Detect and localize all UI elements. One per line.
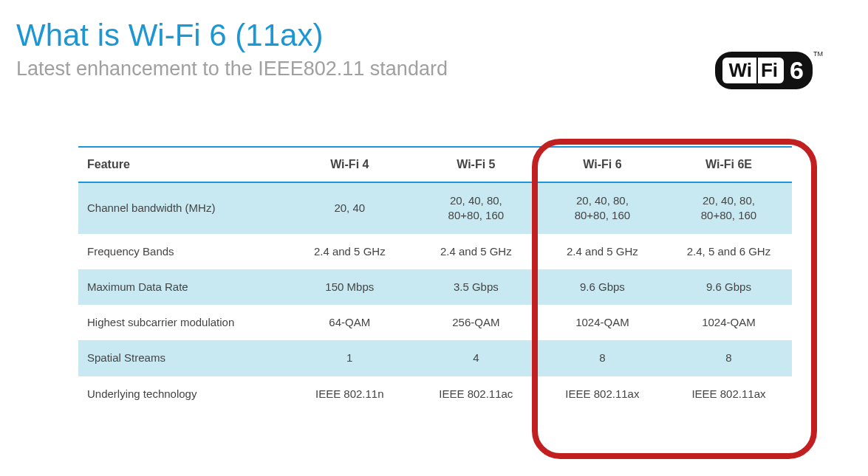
cell-value: 20, 40, 80,80+80, 160 bbox=[413, 182, 539, 234]
cell-value: 20, 40 bbox=[287, 182, 413, 234]
header-feature: Feature bbox=[78, 147, 287, 182]
wifi-comparison-table: Feature Wi-Fi 4 Wi-Fi 5 Wi-Fi 6 Wi-Fi 6E… bbox=[78, 146, 792, 412]
cell-value: 2.4 and 5 GHz bbox=[539, 234, 666, 269]
cell-value: 4 bbox=[413, 340, 539, 376]
cell-value: 2.4 and 5 GHz bbox=[287, 234, 413, 269]
cell-feature: Underlying technology bbox=[78, 376, 287, 412]
table-row: Maximum Data Rate 150 Mbps 3.5 Gbps 9.6 … bbox=[78, 269, 792, 305]
cell-value: IEEE 802.11ax bbox=[666, 376, 792, 412]
table-header-row: Feature Wi-Fi 4 Wi-Fi 5 Wi-Fi 6 Wi-Fi 6E bbox=[78, 147, 792, 182]
header-wifi6: Wi-Fi 6 bbox=[539, 147, 666, 182]
table-row: Highest subcarrier modulation 64-QAM 256… bbox=[78, 305, 792, 340]
cell-value: 9.6 Gbps bbox=[666, 269, 792, 305]
logo-fi-text: Fi bbox=[758, 58, 784, 83]
logo-wi-text: Wi bbox=[722, 58, 756, 83]
cell-feature: Spatial Streams bbox=[78, 340, 287, 376]
cell-value: 9.6 Gbps bbox=[539, 269, 666, 305]
cell-value: 1024-QAM bbox=[539, 305, 666, 340]
wifi6-logo-pill: Wi Fi 6 bbox=[715, 52, 813, 89]
logo-six: 6 bbox=[790, 56, 804, 85]
cell-value: 20, 40, 80,80+80, 160 bbox=[539, 182, 666, 234]
slide-title: What is Wi-Fi 6 (11ax) bbox=[16, 18, 853, 53]
table-body: Channel bandwidth (MHz) 20, 40 20, 40, 8… bbox=[78, 182, 792, 412]
cell-value: 2.4 and 5 GHz bbox=[413, 234, 539, 269]
cell-value: 20, 40, 80,80+80, 160 bbox=[666, 182, 792, 234]
table-row: Underlying technology IEEE 802.11n IEEE … bbox=[78, 376, 792, 412]
cell-feature: Channel bandwidth (MHz) bbox=[78, 182, 287, 234]
cell-value: 3.5 Gbps bbox=[413, 269, 539, 305]
cell-value: 1024-QAM bbox=[666, 305, 792, 340]
header-wifi6e: Wi-Fi 6E bbox=[666, 147, 792, 182]
table-row: Frequency Bands 2.4 and 5 GHz 2.4 and 5 … bbox=[78, 234, 792, 269]
slide-container: What is Wi-Fi 6 (11ax) Latest enhancemen… bbox=[0, 0, 868, 80]
header-wifi4: Wi-Fi 4 bbox=[287, 147, 413, 182]
cell-value: 150 Mbps bbox=[287, 269, 413, 305]
cell-value: 64-QAM bbox=[287, 305, 413, 340]
cell-feature: Maximum Data Rate bbox=[78, 269, 287, 305]
wifi-wordmark: Wi Fi bbox=[722, 58, 784, 83]
cell-value: IEEE 802.11n bbox=[287, 376, 413, 412]
cell-value: IEEE 802.11ax bbox=[539, 376, 666, 412]
wifi6-logo: Wi Fi 6 TM bbox=[715, 52, 813, 89]
cell-value: 256-QAM bbox=[413, 305, 539, 340]
cell-value: 8 bbox=[666, 340, 792, 376]
cell-feature: Frequency Bands bbox=[78, 234, 287, 269]
cell-value: 2.4, 5 and 6 GHz bbox=[666, 234, 792, 269]
header-wifi5: Wi-Fi 5 bbox=[413, 147, 539, 182]
cell-feature: Highest subcarrier modulation bbox=[78, 305, 287, 340]
cell-value: IEEE 802.11ac bbox=[413, 376, 539, 412]
cell-value: 8 bbox=[539, 340, 666, 376]
comparison-table-area: Feature Wi-Fi 4 Wi-Fi 5 Wi-Fi 6 Wi-Fi 6E… bbox=[78, 146, 792, 412]
table-row: Channel bandwidth (MHz) 20, 40 20, 40, 8… bbox=[78, 182, 792, 234]
cell-value: 1 bbox=[287, 340, 413, 376]
trademark-symbol: TM bbox=[813, 50, 823, 58]
table-row: Spatial Streams 1 4 8 8 bbox=[78, 340, 792, 376]
